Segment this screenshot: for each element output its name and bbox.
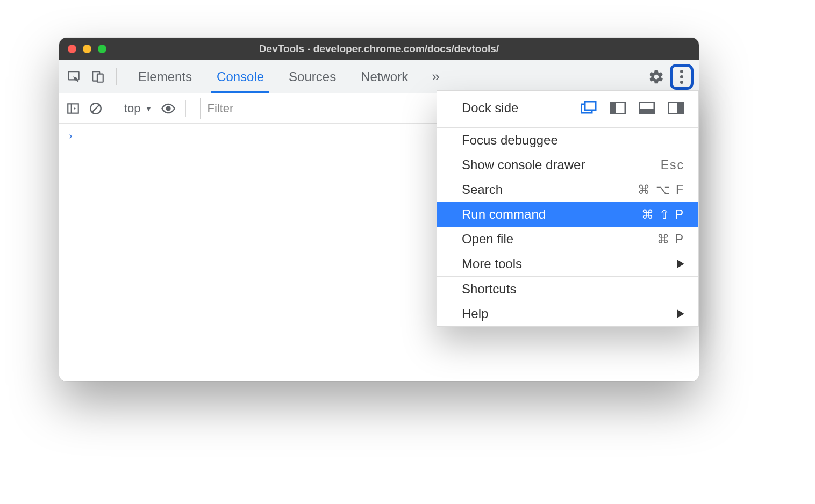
more-options-button[interactable] [670, 64, 694, 90]
svg-rect-3 [68, 104, 78, 113]
menu-shortcuts[interactable]: Shortcuts [437, 277, 698, 301]
clear-console-icon[interactable] [87, 100, 104, 117]
submenu-arrow-icon [677, 260, 684, 268]
shortcut-label: ⌘ ⇧ P [641, 207, 684, 222]
more-vertical-icon [680, 70, 683, 84]
dropdown-triangle-icon: ▼ [145, 104, 153, 113]
traffic-lights [68, 45, 106, 53]
tab-sources[interactable]: Sources [285, 60, 339, 93]
svg-point-5 [167, 106, 170, 110]
context-label: top [124, 102, 141, 116]
dock-undock-icon[interactable] [580, 100, 597, 116]
toggle-sidebar-icon[interactable] [65, 100, 82, 117]
toolbar-separator [116, 68, 117, 85]
console-prompt-icon[interactable]: › [68, 130, 74, 141]
close-window-icon[interactable] [68, 45, 76, 53]
tab-elements[interactable]: Elements [135, 60, 195, 93]
context-selector[interactable]: top ▼ [122, 102, 154, 116]
svg-rect-0 [68, 71, 79, 80]
window-title: DevTools - developer.chrome.com/docs/dev… [59, 43, 699, 55]
dock-side-row: Dock side [437, 91, 698, 127]
menu-focus-debuggee[interactable]: Focus debuggee [437, 128, 698, 153]
more-tabs-icon[interactable]: » [432, 68, 439, 85]
more-options-menu: Dock side [437, 90, 699, 327]
dock-bottom-icon[interactable] [638, 100, 655, 116]
menu-show-console-drawer[interactable]: Show console drawer Esc [437, 153, 698, 177]
svg-rect-11 [639, 109, 654, 114]
shortcut-label: Esc [661, 158, 684, 172]
svg-rect-7 [585, 102, 596, 110]
menu-open-file[interactable]: Open file ⌘ P [437, 227, 698, 251]
subbar-separator [185, 100, 186, 117]
menu-search[interactable]: Search ⌘ ⌥ F [437, 177, 698, 202]
menu-help[interactable]: Help [437, 301, 698, 326]
svg-rect-9 [610, 102, 616, 114]
maximize-window-icon[interactable] [98, 45, 106, 53]
minimize-window-icon[interactable] [83, 45, 91, 53]
titlebar: DevTools - developer.chrome.com/docs/dev… [59, 38, 699, 60]
settings-icon[interactable] [648, 69, 664, 85]
submenu-arrow-icon [677, 309, 684, 318]
subbar-separator [113, 100, 113, 117]
tab-network[interactable]: Network [358, 60, 411, 93]
tab-console[interactable]: Console [213, 60, 267, 93]
dock-side-label: Dock side [462, 100, 518, 116]
device-toolbar-icon[interactable] [88, 67, 108, 87]
shortcut-label: ⌘ ⌥ F [638, 183, 684, 197]
svg-rect-2 [97, 74, 103, 82]
dock-right-icon[interactable] [667, 100, 684, 116]
menu-more-tools[interactable]: More tools [437, 251, 698, 276]
svg-rect-13 [677, 102, 683, 114]
filter-input[interactable] [200, 98, 377, 119]
main-toolbar: Elements Console Sources Network » [59, 60, 699, 93]
panel-tabs: Elements Console Sources Network [135, 60, 411, 93]
menu-run-command[interactable]: Run command ⌘ ⇧ P [437, 202, 698, 227]
dock-left-icon[interactable] [609, 100, 626, 116]
shortcut-label: ⌘ P [657, 232, 684, 247]
live-expression-icon[interactable] [160, 100, 177, 117]
inspect-element-icon[interactable] [65, 67, 84, 87]
